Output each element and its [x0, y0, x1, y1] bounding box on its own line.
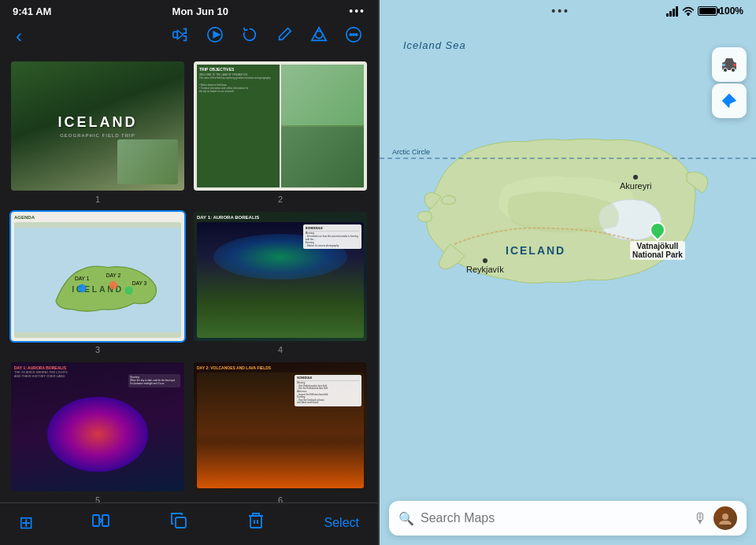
slide-number-1: 1	[9, 195, 186, 204]
slides-container[interactable]: ICELAND GEOGRAPHIC FIELD TRIP 1 TRIP OBJ…	[0, 54, 378, 502]
svg-rect-32	[722, 64, 725, 66]
status-icons: •••	[349, 5, 365, 17]
akureyri-marker: Akureyri	[620, 175, 651, 191]
svg-rect-25	[669, 11, 672, 17]
vatnajokull-label: VatnajökullNational Park	[630, 241, 685, 260]
slide-item-6[interactable]: DAY 2: VOLCANOES AND LAVA FIELDS SCHEDUL…	[192, 361, 369, 502]
svg-rect-0	[173, 32, 178, 37]
status-dots: •••	[349, 5, 365, 17]
map-search-bar[interactable]: 🔍 🎙	[389, 501, 747, 536]
map-background	[380, 0, 756, 545]
svg-point-28	[687, 14, 689, 16]
shapes-icon	[310, 26, 328, 43]
play-icon	[206, 26, 224, 43]
avatar-icon	[717, 510, 733, 526]
slide-item-1[interactable]: ICELAND GEOGRAPHIC FIELD TRIP 1	[9, 60, 186, 204]
reykjavik-label: Reykjavík	[466, 265, 504, 274]
location-button[interactable]	[712, 83, 747, 118]
share-button[interactable]	[172, 26, 189, 47]
mic-button[interactable]: 🎙	[693, 510, 707, 527]
rotate-button[interactable]	[241, 26, 258, 47]
select-button[interactable]: Select	[324, 516, 359, 530]
svg-point-11	[78, 284, 87, 293]
slide-4-schedule: SCHEDULE Morning- Information on how the…	[303, 224, 361, 249]
slide-3-title: AGENDA	[14, 215, 181, 220]
lava-glow-visual	[197, 442, 364, 488]
reykjavik-marker: Reykjavík	[466, 258, 504, 274]
svg-rect-24	[666, 13, 669, 17]
vatnajokull-marker: VatnajökullNational Park	[630, 222, 685, 260]
svg-text:DAY 1: DAY 1	[75, 276, 90, 281]
slide-2-title: TRIP OBJECTIVES	[199, 67, 277, 72]
maps-panel: Iceland Sea Arctic Circle ICELAND Akurey…	[380, 0, 756, 545]
duplicate-icon	[169, 511, 188, 530]
car-icon	[720, 55, 739, 74]
status-date: Mon Jun 10	[172, 6, 229, 17]
slide-number-6: 6	[192, 495, 369, 502]
duplicate-button[interactable]	[169, 511, 188, 534]
add-slide-button[interactable]: ⊞	[19, 513, 33, 533]
slide-6-title: DAY 2: VOLCANOES AND LAVA FIELDS	[197, 365, 364, 370]
signal-icon	[666, 6, 679, 17]
pen-icon	[276, 26, 293, 43]
slide-item-4[interactable]: DAY 1: AURORA BOREALIS SCHEDULE Morning-…	[192, 210, 369, 354]
agenda-map: ICELAND DAY 1 DAY 2 DAY 3	[14, 222, 181, 338]
aurora-blast-visual	[47, 397, 147, 473]
reykjavik-dot	[483, 258, 487, 263]
slide-item-5[interactable]: DAY 1: AURORA BOREALIS THE SCIENCE BEHIN…	[9, 361, 186, 502]
wifi-icon	[682, 6, 695, 16]
shapes-button[interactable]	[310, 26, 328, 47]
svg-point-30	[724, 69, 728, 72]
svg-point-13	[109, 281, 118, 290]
map-controls	[712, 47, 747, 118]
map-svg	[380, 0, 756, 545]
status-bar-left: 9:41 AM Mon Jun 10 •••	[0, 0, 378, 20]
user-avatar[interactable]	[713, 506, 737, 530]
svg-rect-27	[676, 6, 678, 17]
arctic-circle-label: Arctic Circle	[392, 148, 430, 156]
akureyri-label: Akureyri	[620, 181, 651, 191]
status-time: 9:41 AM	[13, 6, 51, 17]
transition-button[interactable]	[91, 511, 110, 534]
iceland-country-label: ICELAND	[506, 244, 565, 257]
play-button[interactable]	[206, 26, 224, 47]
map-status-bar: ••• 100%	[380, 0, 756, 20]
slides-grid: ICELAND GEOGRAPHIC FIELD TRIP 1 TRIP OBJ…	[9, 60, 369, 502]
toolbar: ‹	[0, 20, 378, 54]
vatnajokull-pin	[647, 219, 669, 241]
bottom-bar: ⊞ Select	[0, 502, 378, 545]
battery-indicator: 100%	[698, 6, 743, 17]
more-button[interactable]	[345, 26, 362, 47]
delete-button[interactable]	[246, 511, 265, 534]
slide-2-body: WELCOME TO THE LAND OF FIRE AND ICE The …	[199, 73, 277, 93]
driving-mode-button[interactable]	[712, 47, 747, 82]
toolbar-left: ‹	[16, 25, 22, 47]
slide-6-schedule: SCHEDULE Morning- Visit Hrafntinnusker l…	[295, 375, 361, 406]
slide-number-3: 3	[9, 345, 186, 354]
transition-icon	[91, 511, 110, 530]
svg-rect-19	[93, 515, 99, 526]
battery-label: 100%	[719, 6, 743, 17]
slide-2-img-top	[281, 65, 364, 125]
rotate-icon	[241, 26, 258, 43]
delete-icon	[246, 511, 265, 530]
svg-rect-21	[176, 517, 186, 528]
search-icon: 🔍	[398, 511, 414, 526]
location-arrow-icon	[721, 92, 738, 109]
svg-text:DAY 2: DAY 2	[106, 272, 121, 278]
map-status-right: 100%	[666, 6, 743, 17]
akureyri-dot	[633, 175, 638, 180]
pen-button[interactable]	[276, 26, 293, 47]
slide-4-title: DAY 1: AURORA BOREALIS	[197, 215, 364, 220]
slide-item-2[interactable]: TRIP OBJECTIVES WELCOME TO THE LAND OF F…	[192, 60, 369, 204]
share-icon	[172, 26, 189, 43]
search-input[interactable]	[421, 511, 687, 525]
svg-rect-22	[250, 516, 261, 528]
back-button[interactable]: ‹	[16, 25, 22, 47]
map-status-dots: •••	[551, 5, 570, 17]
keynote-panel: 9:41 AM Mon Jun 10 ••• ‹	[0, 0, 378, 545]
more-icon	[345, 26, 362, 43]
svg-point-34	[722, 513, 728, 520]
svg-point-31	[732, 69, 736, 72]
slide-item-3[interactable]: AGENDA ICELAND DAY 1 DAY	[9, 210, 186, 354]
